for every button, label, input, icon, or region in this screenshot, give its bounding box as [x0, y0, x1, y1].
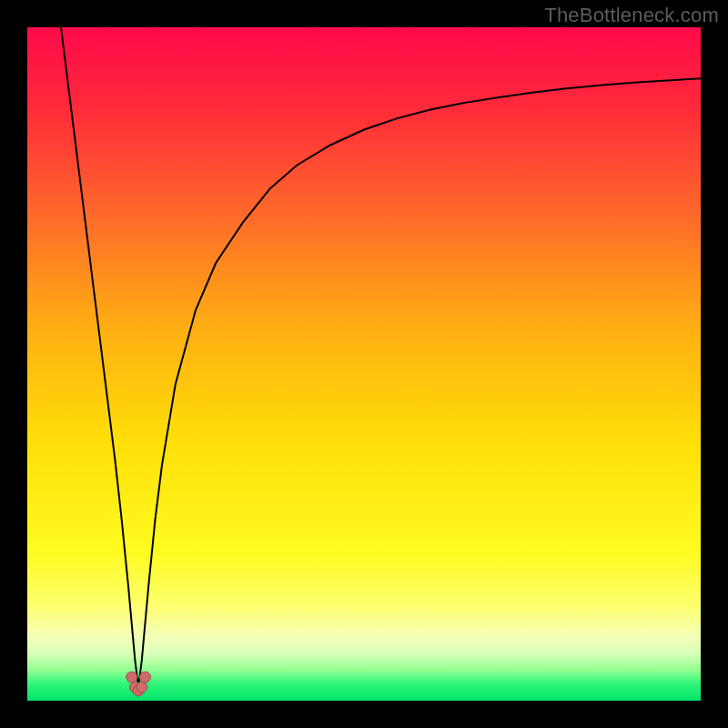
minimum-marker	[126, 672, 137, 682]
outer-frame: TheBottleneck.com	[0, 0, 728, 728]
bottleneck-chart	[27, 27, 701, 701]
chart-background	[27, 27, 701, 701]
minimum-marker	[136, 682, 147, 693]
watermark-label: TheBottleneck.com	[544, 4, 719, 27]
minimum-marker	[140, 672, 151, 682]
